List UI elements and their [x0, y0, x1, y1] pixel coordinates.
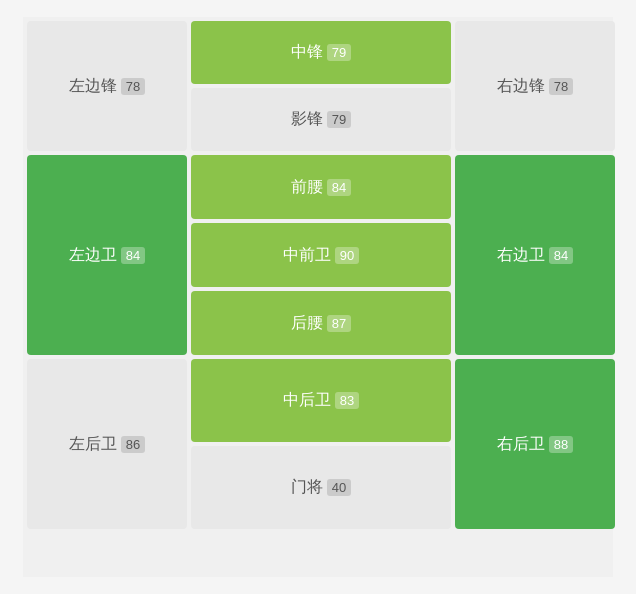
position-striker: 中锋 79 — [191, 21, 451, 84]
position-rating: 78 — [549, 78, 573, 95]
position-left-back: 左后卫 86 — [27, 359, 187, 529]
position-left-wing: 左边锋 78 — [27, 21, 187, 151]
position-central-mid: 中前卫 90 — [191, 223, 451, 287]
position-rating: 90 — [335, 247, 359, 264]
position-rating: 40 — [327, 479, 351, 496]
position-rating: 88 — [549, 436, 573, 453]
position-label: 影锋 — [291, 109, 323, 130]
position-right-midfielder: 右边卫 84 — [455, 155, 615, 355]
position-label: 后腰 — [291, 313, 323, 334]
position-rating: 84 — [327, 179, 351, 196]
position-rating: 78 — [121, 78, 145, 95]
position-label: 中锋 — [291, 42, 323, 63]
position-label: 左后卫 — [69, 434, 117, 455]
row4-center — [191, 533, 451, 593]
position-shadow-striker: 影锋 79 — [191, 88, 451, 151]
position-label: 右边卫 — [497, 245, 545, 266]
position-goalkeeper-label: 门将 40 — [191, 446, 451, 529]
position-center-back-group: 中后卫 83 门将 40 — [191, 359, 451, 529]
position-label: 中后卫 — [283, 390, 331, 411]
position-rating: 87 — [327, 315, 351, 332]
position-rating: 84 — [121, 247, 145, 264]
position-rating: 83 — [335, 392, 359, 409]
position-rating: 86 — [121, 436, 145, 453]
position-center-mid-group: 前腰 84 中前卫 90 后腰 87 — [191, 155, 451, 355]
position-label: 中前卫 — [283, 245, 331, 266]
position-right-wing: 右边锋 78 — [455, 21, 615, 151]
position-rating: 79 — [327, 44, 351, 61]
soccer-field: 左边锋 78 中锋 79 影锋 79 右边锋 78 左边卫 84 前腰 84 — [23, 17, 613, 577]
position-label: 左边锋 — [69, 76, 117, 97]
position-center-forward-group: 中锋 79 影锋 79 — [191, 21, 451, 151]
position-defensive-mid: 后腰 87 — [191, 291, 451, 355]
position-label: 右边锋 — [497, 76, 545, 97]
position-center-back: 中后卫 83 — [191, 359, 451, 442]
position-label: 左边卫 — [69, 245, 117, 266]
position-left-midfielder: 左边卫 84 — [27, 155, 187, 355]
position-label: 前腰 — [291, 177, 323, 198]
position-attacking-mid: 前腰 84 — [191, 155, 451, 219]
position-right-back: 右后卫 88 — [455, 359, 615, 529]
row4-right — [455, 533, 615, 593]
position-rating: 79 — [327, 111, 351, 128]
row4-left — [27, 533, 187, 593]
position-label: 门将 — [291, 477, 323, 498]
position-rating: 84 — [549, 247, 573, 264]
position-label: 右后卫 — [497, 434, 545, 455]
